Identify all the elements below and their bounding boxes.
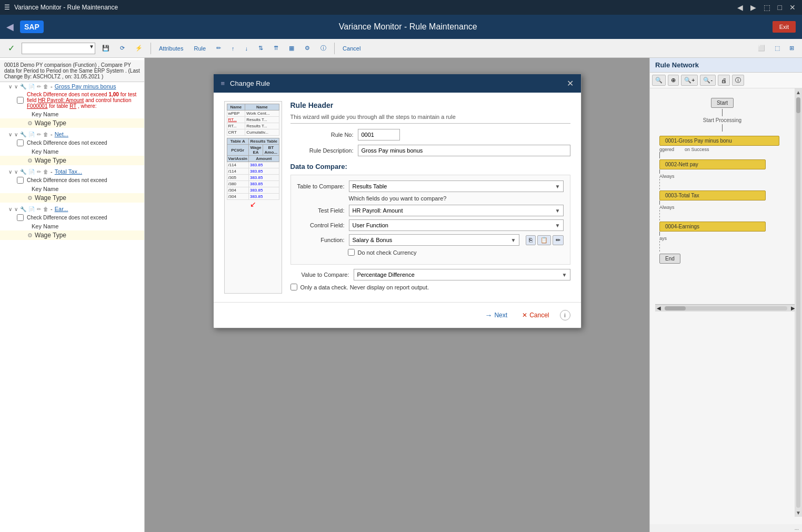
edit-button[interactable]: ✏ <box>213 43 225 54</box>
multi-sort-button[interactable]: ⇅ <box>255 43 267 54</box>
cancel-modal-button[interactable]: ✕ Cancel <box>518 309 553 321</box>
wage-icon-0004: ⚙ <box>27 232 33 239</box>
label-kn-0001: Key Name <box>32 111 58 117</box>
sort-top-button[interactable]: ⇈ <box>270 43 282 54</box>
tree-link-0002[interactable]: Net... <box>55 131 68 137</box>
info-button[interactable]: ⓘ <box>317 42 330 54</box>
sort-desc-button[interactable]: ↓ <box>242 43 252 54</box>
value-compare-row: Value to Compare: Percentage Difference … <box>290 269 570 280</box>
function-copy-btn[interactable]: ⎘ <box>526 235 536 245</box>
info-modal-button[interactable]: i <box>560 310 570 320</box>
settings-button[interactable]: ⚙ <box>301 43 314 54</box>
win-close[interactable]: ✕ <box>787 3 798 12</box>
tree-item-0001-kn: Key Name <box>0 110 144 118</box>
scroll-left-arrow[interactable]: ◀ <box>655 305 663 311</box>
tree-label-0002: - <box>51 131 53 137</box>
tree-check-label-0004: Check Difference does not exceed <box>27 215 107 220</box>
function-edit-btn[interactable]: ✏ <box>553 235 564 245</box>
wage-icon-0002: ⚙ <box>27 157 33 164</box>
modal-body: Name Name wPBPWork Cent... RT...Results … <box>214 93 581 302</box>
table-button[interactable]: ▦ <box>285 43 298 54</box>
network-ellipsis: ... <box>650 524 802 532</box>
wage-icon-0001: ⚙ <box>27 120 33 127</box>
rule-button[interactable]: Rule <box>190 43 209 54</box>
title-bar: ☰ Variance Monitor - Rule Maintenance ◀ … <box>0 0 802 15</box>
rule-desc-input[interactable]: Gross Pay minus bonus <box>358 145 570 156</box>
modal-menu-icon[interactable]: ≡ <box>221 79 225 87</box>
win-restore[interactable]: ⬚ <box>761 3 773 12</box>
tile-button[interactable]: ⬚ <box>771 43 784 54</box>
exit-button[interactable]: Exit <box>773 21 796 33</box>
wage-type-label-0002: Wage Type <box>35 157 66 164</box>
tree-item-0004-wt[interactable]: ⚙ Wage Type <box>0 230 144 240</box>
rn-print-btn[interactable]: 🖨 <box>718 75 730 86</box>
no-currency-checkbox[interactable] <box>348 249 355 256</box>
test-field-label: Test Field: <box>302 207 345 214</box>
scroll-down-arrow[interactable]: ▼ <box>795 509 802 517</box>
tree-item-0001-wt[interactable]: ⚙ Wage Type <box>0 118 144 128</box>
rule-no-input[interactable] <box>358 129 400 140</box>
modal-close-btn[interactable]: ✕ <box>567 78 574 88</box>
tree-check-0001[interactable] <box>17 97 24 104</box>
tree-item-0002-wt[interactable]: ⚙ Wage Type <box>0 156 144 165</box>
history-button[interactable]: ⟳ <box>116 43 128 54</box>
net-always1-label: Always <box>659 174 793 179</box>
function-select[interactable]: Salary & Bonus <box>349 234 519 246</box>
toolbar-search-input[interactable] <box>22 43 95 54</box>
refresh-button[interactable]: ⚡ <box>132 43 146 54</box>
function-paste-btn[interactable]: 📋 <box>537 235 551 245</box>
tree-item-0001[interactable]: ∨ ∨ 🔧 📄 ✏ 🗑 - Gross Pay minus bonus <box>0 82 144 91</box>
cancel-label: Cancel <box>529 312 549 319</box>
tree-check-0002[interactable] <box>17 139 24 146</box>
tree-icon-0004b: 📄 <box>28 206 35 212</box>
rn-search-btn[interactable]: 🔍 <box>652 75 666 86</box>
window-controls: ◀ ▶ ⬚ □ ✕ <box>735 3 798 12</box>
control-field-select[interactable]: User Function <box>349 219 564 231</box>
net-onsuccess-label: on Success <box>685 147 709 152</box>
only-data-checkbox[interactable] <box>290 284 297 290</box>
next-button[interactable]: → Next <box>480 309 512 322</box>
tree-icon-0001d: 🗑 <box>43 84 48 89</box>
toolbar-dropdown-arrow[interactable]: ▼ <box>89 44 94 49</box>
tree-item-0003[interactable]: ∨ ∨ 🔧 📄 ✏ 🗑 - Total Tax... <box>0 167 144 176</box>
rn-zoom-out-btn[interactable]: 🔍- <box>700 75 716 86</box>
net-node-0002: 0002-Nett pay <box>659 159 766 169</box>
network-scrollbar-h[interactable]: ◀ ▶ <box>655 304 797 312</box>
win-maximize[interactable]: □ <box>776 3 784 12</box>
tree-check-0003[interactable] <box>17 177 24 184</box>
tree-link-0004[interactable]: Ear... <box>55 206 68 212</box>
net-node-end: End <box>659 254 680 264</box>
win-forward[interactable]: ▶ <box>748 3 758 12</box>
rn-target-btn[interactable]: ⊕ <box>668 75 679 86</box>
tree-arrow-0002b: ∨ <box>14 132 18 137</box>
app-icon: ☰ <box>4 4 10 11</box>
tree-item-0003-wt[interactable]: ⚙ Wage Type <box>0 193 144 203</box>
no-currency-label: Do not check Currency <box>358 249 417 256</box>
tree-link-0001[interactable]: Gross Pay minus bonus <box>55 83 116 89</box>
rule-network-content: ▲ ▼ Start Start Processing 0001-Gross Pa… <box>650 88 802 524</box>
attributes-button[interactable]: Attributes <box>155 43 187 54</box>
win-back[interactable]: ◀ <box>735 3 745 12</box>
table-compare-select-wrap: Results Table ▼ <box>349 180 564 192</box>
check-button[interactable]: ✓ <box>4 41 18 55</box>
maximize-button[interactable]: ⬜ <box>754 43 769 54</box>
test-field-select[interactable]: HR Payroll: Amount <box>349 205 564 216</box>
tree-item-0004-kn: Key Name <box>0 222 144 230</box>
value-compare-select[interactable]: Percentage Difference <box>354 269 570 280</box>
toolbar-sep-1 <box>151 43 151 54</box>
table-compare-select[interactable]: Results Table <box>349 180 564 192</box>
sort-asc-button[interactable]: ↑ <box>228 43 238 54</box>
rn-zoom-in-btn[interactable]: 🔍+ <box>681 75 698 86</box>
tree-link-0003[interactable]: Total Tax... <box>55 168 82 175</box>
tree-label-0001: - <box>51 83 53 89</box>
tree-check-0004[interactable] <box>17 214 24 221</box>
tree-item-0004[interactable]: ∨ ∨ 🔧 📄 ✏ 🗑 - Ear... <box>0 205 144 213</box>
app-back-btn[interactable]: ◀ <box>6 21 14 33</box>
screen-options[interactable]: ⊞ <box>786 43 798 54</box>
rn-info-btn[interactable]: ⓘ <box>732 75 744 86</box>
tree-item-0002[interactable]: ∨ ∨ 🔧 📄 ✏ 🗑 - Net... <box>0 130 144 138</box>
save-button[interactable]: 💾 <box>98 43 113 54</box>
modal-title: Change Rule <box>230 79 270 87</box>
cancel-button[interactable]: Cancel <box>339 43 364 54</box>
modal-form: Rule Header This wizard will guide you t… <box>290 101 570 294</box>
